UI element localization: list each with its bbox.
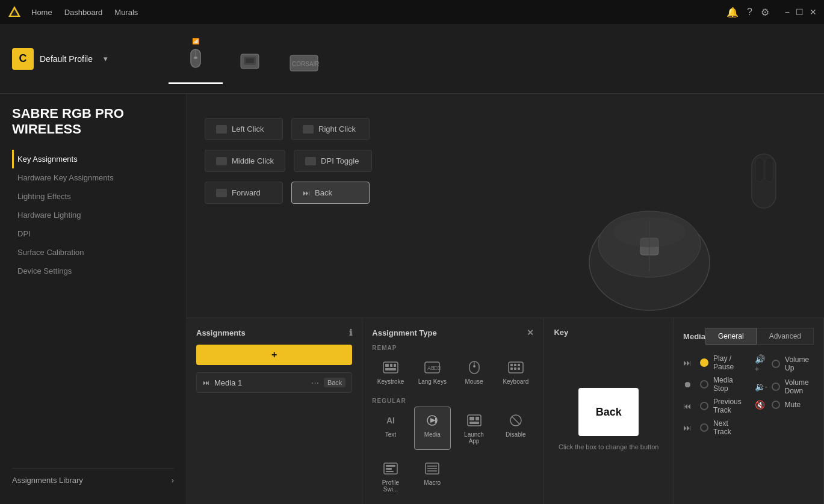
media-stop-radio[interactable] [700,380,708,389]
media-tab-advanced[interactable]: Advanced [757,328,814,345]
svg-text:CORSAIR: CORSAIR [292,61,319,67]
svg-rect-21 [394,364,396,367]
disable-icon [509,412,523,429]
dpi-toggle-button[interactable]: DPI Toggle [294,150,372,172]
assignment-type-panel: Assignment Type ✕ REMAP Keystroke [362,318,544,504]
volume-down-label: Volume Down [785,378,814,395]
type-lang-keys[interactable]: ABCD Lang Keys [414,354,451,390]
assignments-library[interactable]: Assignments Library › [12,468,174,492]
key-display-label: Back [596,406,622,419]
sidebar-item-hardware-lighting[interactable]: Hardware Lighting [12,206,174,224]
add-assignment-button[interactable]: + [196,345,352,365]
type-profile-switch[interactable]: Profile Swi... [372,455,409,498]
back-play-icon: ⏭ [303,189,310,197]
sidebar-item-device-settings[interactable]: Device Settings [12,262,174,280]
svg-rect-39 [468,415,481,426]
volume-up-radio[interactable] [772,360,780,368]
text-icon: AI [386,412,395,429]
nav-home[interactable]: Home [31,8,52,17]
middle-click-button[interactable]: Middle Click [205,150,285,172]
device-tab-dongle[interactable] [223,45,277,84]
macro-icon [424,460,440,477]
button-row-2: Middle Click DPI Toggle [205,150,806,172]
keyboard-type-label: Keyboard [503,378,528,385]
mute-radio[interactable] [772,401,780,409]
titlebar: Home Dashboard Murals 🔔 ? ⚙ − ☐ ✕ [0,0,824,24]
svg-rect-31 [514,364,516,366]
sidebar-item-dpi[interactable]: DPI [12,224,174,243]
svg-rect-32 [518,364,520,366]
window-controls: − ☐ ✕ [785,7,817,17]
next-track-radio[interactable] [700,423,708,432]
regular-grid-2: Profile Swi... Macro [372,455,534,498]
remap-grid: Keystroke ABCD Lang Keys Mo [372,354,534,390]
volume-down-icon: 🔉- [755,382,767,392]
media-panel-title: Media [683,332,705,341]
notification-icon[interactable]: 🔔 [726,7,739,18]
profile-switch-label: Profile Swi... [375,479,406,493]
profile-icon: C [12,48,34,70]
type-keystroke[interactable]: Keystroke [372,354,409,390]
svg-rect-17 [765,158,773,182]
main-layout: SABRE RGB PROWIRELESS Key Assignments Ha… [0,94,824,504]
previous-track-radio[interactable] [700,402,708,410]
dpi-toggle-icon [305,157,316,165]
type-launch-app[interactable]: Launch App [456,407,492,450]
svg-rect-7 [246,58,254,63]
device-tab-mouse[interactable]: 📶 [169,33,223,84]
type-mouse[interactable]: Mouse [456,354,492,390]
key-display-box[interactable]: Back [578,388,639,436]
sidebar-item-hardware-key-assignments[interactable]: Hardware Key Assignments [12,168,174,187]
play-pause-radio[interactable] [700,358,708,367]
right-click-button[interactable]: Right Click [291,118,370,140]
assignment-item[interactable]: ⏭ Media 1 ⋯ Back [196,372,352,393]
profile-switch-icon [383,460,398,477]
help-icon[interactable]: ? [747,7,752,17]
key-hint: Click the box to change the button [559,443,658,450]
svg-point-14 [613,217,686,247]
left-click-button[interactable]: Left Click [205,118,283,140]
sidebar-item-surface-calibration[interactable]: Surface Calibration [12,243,174,262]
device-tabs: 📶 CORSAIR [169,33,812,84]
close-icon[interactable]: ✕ [527,328,534,337]
regular-label: REGULAR [372,398,534,404]
disable-type-label: Disable [506,431,525,438]
left-click-icon [216,125,227,134]
maximize-button[interactable]: ☐ [796,7,804,17]
mouse-type-icon [468,359,480,376]
profile-selector[interactable]: C Default Profile ▾ [12,48,169,70]
nav-dashboard[interactable]: Dashboard [64,8,103,17]
device-tab-headset[interactable]: CORSAIR [277,45,331,84]
forward-button[interactable]: Forward [205,182,283,204]
type-media[interactable]: Media [414,407,451,450]
media-tabs: General Advanced [705,328,814,345]
volume-down-radio[interactable] [772,383,780,391]
sidebar-item-lighting-effects[interactable]: Lighting Effects [12,187,174,206]
settings-icon[interactable]: ⚙ [761,7,769,18]
content-area: Left Click Right Click Middle Click DPI … [187,94,824,504]
type-text[interactable]: AI Text [372,407,409,450]
type-keyboard[interactable]: Keyboard [497,354,534,390]
minimize-button[interactable]: − [785,7,790,17]
more-options-icon[interactable]: ⋯ [311,378,319,387]
lang-keys-icon: ABCD [424,359,441,376]
close-button[interactable]: ✕ [810,7,817,17]
nav-murals[interactable]: Murals [114,8,138,17]
back-button[interactable]: ⏭ Back [291,182,370,204]
previous-track-label: Previous Track [713,398,742,414]
svg-rect-33 [510,367,513,370]
previous-track-icon: ⏮ [683,401,695,411]
volume-up-label: Volume Up [785,355,814,372]
info-icon[interactable]: ℹ [349,328,352,337]
media-tab-general[interactable]: General [705,328,757,345]
next-track-label: Next Track [713,419,742,436]
media-right-column: 🔊+ Volume Up 🔉- Volume Down 🔇 [755,352,814,438]
svg-text:CD: CD [433,365,441,371]
dongle-icon [238,49,262,78]
button-row-1: Left Click Right Click [205,118,806,140]
type-macro[interactable]: Macro [414,455,451,498]
regular-section: REGULAR AI Text Media [372,398,534,498]
media-stop-row: ⏺ Media Stop [683,373,742,395]
sidebar-item-key-assignments[interactable]: Key Assignments [12,150,174,168]
type-disable[interactable]: Disable [497,407,534,450]
